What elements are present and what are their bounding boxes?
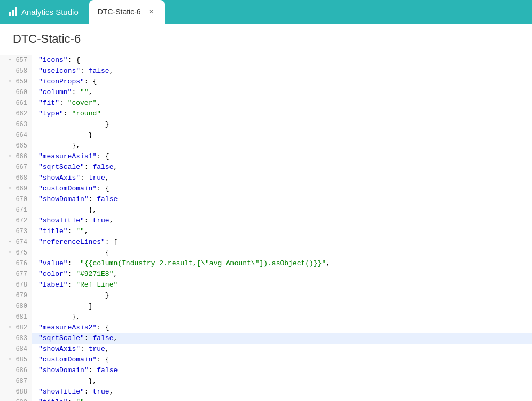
code-line-669[interactable]: "customDomain": { xyxy=(32,183,532,194)
line-num-686: 686 xyxy=(0,365,32,376)
code-line-660[interactable]: "column": "", xyxy=(32,87,532,98)
line-num-680: 680 xyxy=(0,301,32,312)
line-num-667: 667 xyxy=(0,162,32,173)
code-line-679[interactable]: } xyxy=(32,290,532,301)
code-line-661[interactable]: "fit": "cover", xyxy=(32,98,532,109)
code-line-685[interactable]: "customDomain": { xyxy=(32,354,532,365)
line-num-684: 684 xyxy=(0,344,32,354)
code-line-683[interactable]: "sqrtScale": false, xyxy=(32,333,532,344)
code-line-689[interactable]: "title": "", xyxy=(32,397,532,401)
line-num-672: 672 xyxy=(0,215,32,226)
code-line-686[interactable]: "showDomain": false xyxy=(32,365,532,376)
line-num-688: 688 xyxy=(0,387,32,397)
line-num-657: ▾657 xyxy=(0,55,32,66)
code-line-681[interactable]: }, xyxy=(32,312,532,322)
code-editor[interactable]: ▾657658▾659660661662663664665▾666667668▾… xyxy=(0,55,532,401)
tab-close-button[interactable]: ✕ xyxy=(146,7,156,17)
analytics-icon xyxy=(9,7,17,16)
line-num-676: 676 xyxy=(0,258,32,269)
code-line-659[interactable]: "iconProps": { xyxy=(32,76,532,87)
line-num-670: 670 xyxy=(0,194,32,205)
tab-analytics-studio[interactable]: Analytics Studio xyxy=(0,0,87,24)
code-line-658[interactable]: "useIcons": false, xyxy=(32,66,532,76)
page-header: DTC-Static-6 xyxy=(0,24,532,55)
code-line-682[interactable]: "measureAxis2": { xyxy=(32,322,532,333)
code-line-680[interactable]: ] xyxy=(32,301,532,312)
code-line-667[interactable]: "sqrtScale": false, xyxy=(32,162,532,173)
line-num-658: 658 xyxy=(0,66,32,76)
line-num-671: 671 xyxy=(0,205,32,215)
tab-analytics-studio-label: Analytics Studio xyxy=(21,7,79,17)
line-num-674: ▾674 xyxy=(0,237,32,248)
code-line-665[interactable]: }, xyxy=(32,141,532,151)
line-num-665: 665 xyxy=(0,141,32,151)
code-line-688[interactable]: "showTitle": true, xyxy=(32,387,532,397)
line-num-666: ▾666 xyxy=(0,151,32,162)
code-line-664[interactable]: } xyxy=(32,130,532,141)
code-line-657[interactable]: "icons": { xyxy=(32,55,532,66)
code-line-675[interactable]: { xyxy=(32,248,532,258)
line-num-664: 664 xyxy=(0,130,32,141)
line-num-669: ▾669 xyxy=(0,183,32,194)
code-line-673[interactable]: "title": "", xyxy=(32,226,532,237)
line-num-675: ▾675 xyxy=(0,248,32,258)
code-line-663[interactable]: } xyxy=(32,119,532,130)
code-line-676[interactable]: "value": "{{column(Industry_2.result,[\"… xyxy=(32,258,532,269)
code-line-666[interactable]: "measureAxis1": { xyxy=(32,151,532,162)
line-num-673: 673 xyxy=(0,226,32,237)
code-line-662[interactable]: "type": "round" xyxy=(32,109,532,119)
line-num-682: ▾682 xyxy=(0,322,32,333)
tab-bar: Analytics Studio DTC-Static-6 ✕ xyxy=(0,0,532,24)
line-num-659: ▾659 xyxy=(0,76,32,87)
line-num-678: 678 xyxy=(0,280,32,290)
line-numbers: ▾657658▾659660661662663664665▾666667668▾… xyxy=(0,55,32,401)
line-num-679: 679 xyxy=(0,290,32,301)
code-line-677[interactable]: "color": "#9271E8", xyxy=(32,269,532,280)
line-num-681: 681 xyxy=(0,312,32,322)
code-line-684[interactable]: "showAxis": true, xyxy=(32,344,532,354)
code-line-687[interactable]: }, xyxy=(32,376,532,387)
tab-dtc-static-6-label: DTC-Static-6 xyxy=(98,7,141,16)
code-line-670[interactable]: "showDomain": false xyxy=(32,194,532,205)
code-line-678[interactable]: "label": "Ref Line" xyxy=(32,280,532,290)
code-content[interactable]: "icons": { "useIcons": false, "iconProps… xyxy=(32,55,532,401)
code-line-671[interactable]: }, xyxy=(32,205,532,215)
line-num-661: 661 xyxy=(0,98,32,109)
code-line-674[interactable]: "referenceLines": [ xyxy=(32,237,532,248)
line-num-689: 689 xyxy=(0,397,32,401)
line-num-668: 668 xyxy=(0,173,32,183)
code-line-672[interactable]: "showTitle": true, xyxy=(32,215,532,226)
line-num-687: 687 xyxy=(0,376,32,387)
line-num-662: 662 xyxy=(0,109,32,119)
line-num-660: 660 xyxy=(0,87,32,98)
line-num-663: 663 xyxy=(0,119,32,130)
page-title: DTC-Static-6 xyxy=(13,32,519,46)
line-num-677: 677 xyxy=(0,269,32,280)
tab-dtc-static-6[interactable]: DTC-Static-6 ✕ xyxy=(89,0,165,24)
line-num-683: 683 xyxy=(0,333,32,344)
code-line-668[interactable]: "showAxis": true, xyxy=(32,173,532,183)
line-num-685: ▾685 xyxy=(0,354,32,365)
